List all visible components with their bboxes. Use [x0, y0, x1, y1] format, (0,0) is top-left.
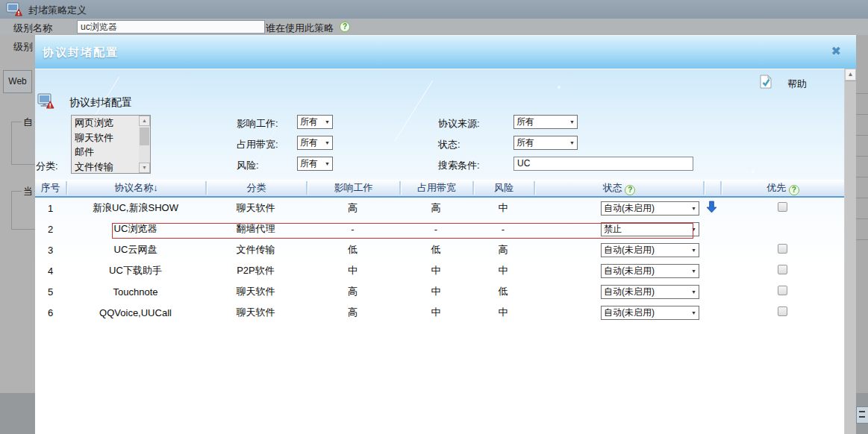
- help-icon[interactable]: ?: [625, 185, 635, 195]
- status-dropdown[interactable]: 自动(未启用) ▼: [601, 201, 699, 216]
- priority-checkbox[interactable]: [778, 286, 787, 295]
- header-protocol-name[interactable]: 协议名称↓: [66, 181, 205, 195]
- row-impact: -: [306, 224, 399, 235]
- source-filter-dropdown[interactable]: 所有 ▼: [513, 115, 578, 129]
- row-category: 聊天软件: [205, 285, 306, 298]
- row-protocol-name: UC下载助手: [66, 264, 205, 277]
- impact-filter-label: 影响工作:: [237, 117, 278, 130]
- table-row: 1 新浪UC,新浪SHOW 聊天软件 高 高 中 自动(未启用) ▼: [35, 198, 844, 218]
- close-icon[interactable]: ✖: [831, 44, 841, 58]
- listbox-item[interactable]: 聊天软件: [72, 130, 139, 145]
- search-input[interactable]: UC: [513, 157, 693, 171]
- level-label: 级别: [13, 40, 33, 54]
- move-down-arrow-icon[interactable]: [705, 201, 718, 213]
- risk-filter-value: 所有: [300, 157, 318, 170]
- status-dropdown-value: 自动(未启用): [604, 306, 655, 319]
- header-status[interactable]: 状态 ?: [534, 181, 703, 195]
- chevron-down-icon: ▼: [691, 206, 696, 211]
- protocol-config-icon: [37, 93, 54, 111]
- scroll-up-icon[interactable]: ▲: [845, 69, 856, 81]
- tab-web[interactable]: Web: [3, 70, 32, 93]
- header-risk[interactable]: 风险: [472, 181, 534, 195]
- row-bandwidth: 中: [399, 285, 472, 298]
- chevron-down-icon: ▼: [569, 119, 575, 125]
- status-dropdown[interactable]: 自动(未启用) ▼: [601, 285, 699, 299]
- risk-filter-dropdown[interactable]: 所有 ▼: [297, 157, 333, 171]
- priority-checkbox[interactable]: [778, 265, 787, 274]
- chevron-down-icon: ▼: [325, 119, 330, 125]
- row-risk: 低: [472, 285, 534, 298]
- status-dropdown[interactable]: 自动(未启用) ▼: [601, 243, 699, 257]
- bandwidth-filter-dropdown[interactable]: 所有 ▼: [297, 136, 333, 150]
- status-dropdown-value: 自动(未启用): [604, 244, 655, 257]
- priority-checkbox[interactable]: [778, 244, 787, 254]
- risk-filter-label: 风险:: [237, 159, 259, 172]
- group-box-auto-label: 自: [22, 116, 34, 129]
- category-listbox[interactable]: 网页浏览聊天软件邮件文件传输 ▲ ▼: [71, 115, 151, 174]
- scroll-down-icon[interactable]: ▼: [139, 163, 150, 173]
- listbox-item[interactable]: 邮件: [72, 145, 139, 160]
- status-dropdown-value: 自动(未启用): [604, 202, 655, 215]
- dialog-subheader-title: 协议封堵配置: [69, 96, 132, 110]
- header-index[interactable]: 序号: [35, 181, 66, 195]
- header-priority-label: 优先: [766, 182, 786, 193]
- listbox-item[interactable]: 网页浏览: [72, 116, 139, 130]
- impact-filter-dropdown[interactable]: 所有 ▼: [297, 115, 333, 129]
- help-link[interactable]: 帮助: [787, 78, 807, 91]
- help-icon[interactable]: ?: [340, 22, 350, 32]
- table-row: 3 UC云网盘 文件传输 低 低 高 自动(未启用) ▼: [35, 239, 844, 260]
- row-index: 2: [35, 224, 66, 235]
- group-box-current: 当: [11, 191, 35, 230]
- scrollbar-thumb[interactable]: [845, 81, 856, 434]
- chevron-down-icon: ▼: [325, 161, 330, 166]
- status-dropdown[interactable]: 禁止 ▼: [601, 222, 699, 236]
- row-risk: 中: [472, 264, 534, 277]
- table-row: 6 QQVoice,UUCall 聊天软件 高 中 中 自动(未启用) ▼: [35, 302, 844, 323]
- scroll-up-icon[interactable]: ▲: [139, 116, 150, 126]
- status-dropdown[interactable]: 自动(未启用) ▼: [601, 306, 699, 320]
- chevron-down-icon: ▼: [691, 289, 696, 295]
- row-bandwidth: 高: [399, 201, 472, 215]
- row-index: 3: [35, 245, 66, 256]
- status-dropdown[interactable]: 自动(未启用) ▼: [601, 264, 699, 278]
- row-protocol-name: UC云网盘: [66, 243, 205, 257]
- row-index: 6: [35, 307, 66, 318]
- background-window-title: 封堵策略定义: [28, 4, 87, 17]
- background-partial-button: [856, 406, 868, 424]
- row-bandwidth: -: [399, 224, 472, 235]
- status-filter-dropdown[interactable]: 所有 ▼: [513, 136, 578, 150]
- help-doc-icon[interactable]: [760, 75, 772, 91]
- listbox-scrollbar[interactable]: ▲ ▼: [139, 116, 150, 173]
- scrollbar-thumb[interactable]: [140, 128, 149, 145]
- impact-filter-value: 所有: [300, 116, 318, 128]
- row-category: 聊天软件: [205, 201, 306, 215]
- dialog-header: 协议封堵配置 ✖: [35, 35, 856, 69]
- header-status-label: 状态: [603, 182, 622, 193]
- group-box-auto: 自: [11, 122, 35, 165]
- row-bandwidth: 中: [399, 264, 472, 277]
- row-category: P2P软件: [205, 264, 306, 277]
- chevron-down-icon: ▼: [691, 268, 696, 274]
- header-priority[interactable]: 优先 ?: [720, 181, 844, 195]
- row-category: 翻墙代理: [205, 222, 306, 236]
- listbox-item[interactable]: 文件传输: [72, 160, 139, 174]
- row-bandwidth: 低: [399, 243, 472, 257]
- status-dropdown-value: 自动(未启用): [604, 265, 655, 277]
- priority-checkbox[interactable]: [778, 306, 787, 316]
- chevron-down-icon: ▼: [691, 248, 696, 253]
- background-table-edge: [856, 35, 868, 393]
- header-spacer: [703, 181, 720, 195]
- protocol-blocking-dialog: 协议封堵配置 ✖ 帮助: [35, 35, 856, 434]
- header-category[interactable]: 分类: [205, 181, 306, 195]
- help-icon[interactable]: ?: [789, 185, 799, 195]
- bandwidth-filter-label: 占用带宽:: [237, 138, 278, 151]
- row-index: 5: [35, 286, 66, 298]
- priority-checkbox[interactable]: [778, 202, 787, 212]
- level-name-input[interactable]: uc浏览器: [77, 20, 265, 34]
- dialog-scrollbar[interactable]: ▲: [844, 69, 856, 434]
- row-impact: 高: [306, 306, 399, 319]
- header-bandwidth[interactable]: 占用带宽: [399, 181, 472, 195]
- header-impact[interactable]: 影响工作: [306, 181, 399, 195]
- row-impact: 中: [306, 264, 399, 277]
- row-impact: 高: [306, 285, 399, 298]
